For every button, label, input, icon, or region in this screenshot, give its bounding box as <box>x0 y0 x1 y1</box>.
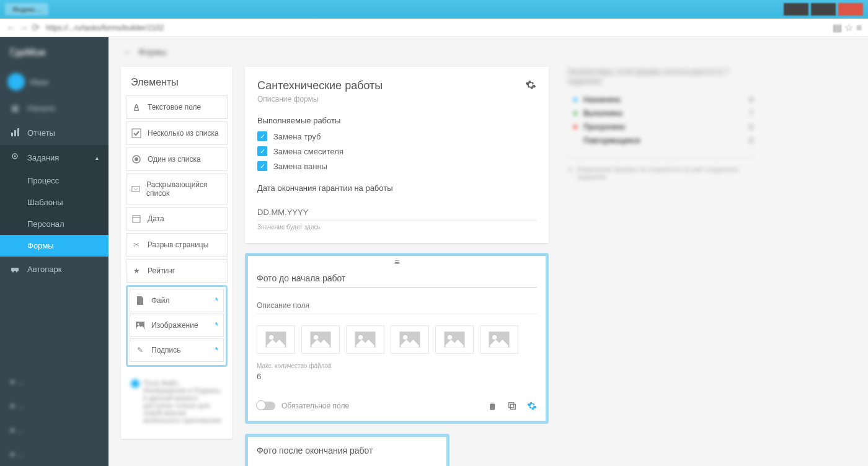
sidebar-footer-3[interactable]: ● ... <box>0 418 108 442</box>
stat-label: Назначено <box>583 95 621 104</box>
stat-recurring: Повторяющиеся0 <box>567 136 753 145</box>
image-thumbnails <box>257 325 537 354</box>
svg-rect-29 <box>509 403 514 408</box>
stat-done: Выполнено7 <box>567 109 753 118</box>
chart-icon <box>10 128 20 138</box>
image-placeholder[interactable] <box>346 325 384 354</box>
avatar <box>7 73 25 90</box>
nav-buttons[interactable]: ← → ⟳ <box>6 22 40 33</box>
minimize-button[interactable] <box>784 3 808 15</box>
svg-rect-11 <box>132 187 140 192</box>
field-photo-after[interactable]: Фото после окончания работ <box>245 434 450 466</box>
window-controls <box>784 3 863 15</box>
svg-point-21 <box>358 335 363 340</box>
element-checkbox[interactable]: Несколько из списка <box>126 121 228 145</box>
sidebar-item-fleet[interactable]: Автопарк <box>0 257 108 281</box>
user-block[interactable]: Иван <box>0 68 108 95</box>
work-option[interactable]: ✓Замена труб <box>257 131 536 141</box>
hint-text: Поля Файл, Изображение и Подпись в данны… <box>143 379 223 424</box>
image-placeholder[interactable] <box>391 325 429 354</box>
element-image[interactable]: Изображение * <box>130 314 224 337</box>
element-label: Изображение <box>151 321 198 330</box>
sidebar-item-label: Автопарк <box>27 265 62 274</box>
svg-point-6 <box>12 271 14 273</box>
info-icon <box>131 379 140 388</box>
sidebar-item-home[interactable]: ▦ Начало <box>0 95 108 120</box>
field-name: Фото после окончания работ <box>257 446 438 455</box>
stat-label: Повторяющиеся <box>583 136 640 145</box>
element-label: Дата <box>148 214 164 223</box>
sidebar-footer-2[interactable]: ● ... <box>0 393 108 418</box>
element-dropdown[interactable]: Раскрывающийся список <box>126 174 228 204</box>
element-date[interactable]: Дата <box>126 207 228 231</box>
element-file[interactable]: Файл * <box>130 289 224 312</box>
back-arrow-icon[interactable]: ← <box>123 47 132 57</box>
close-button[interactable] <box>838 3 863 15</box>
sidebar-sub-process[interactable]: Процесс <box>0 170 108 191</box>
checkbox-icon <box>131 128 141 138</box>
form-description[interactable]: Описание формы <box>257 95 383 103</box>
element-label: Раскрывающийся список <box>146 180 222 198</box>
car-icon <box>10 264 20 274</box>
element-text[interactable]: A Текстовое поле <box>126 95 228 119</box>
element-pagebreak[interactable]: ✂ Разрыв страницы <box>126 233 228 257</box>
svg-point-25 <box>448 335 452 340</box>
svg-rect-5 <box>11 268 19 271</box>
delete-button[interactable] <box>487 400 497 412</box>
main-area: ← Формы Элементы A Текстовое поле Нескол… <box>108 37 868 466</box>
required-toggle[interactable] <box>257 402 275 410</box>
svg-point-17 <box>269 335 273 340</box>
field-name-input[interactable] <box>257 270 537 288</box>
date-input[interactable] <box>257 204 536 221</box>
addr-actions[interactable]: ▤ ☆ ≡ <box>833 22 862 33</box>
maximize-button[interactable] <box>811 3 836 15</box>
sidebar-sub-forms[interactable]: Формы <box>0 235 108 257</box>
svg-point-19 <box>314 335 318 340</box>
right-warning: ⚠ Изменения формы не отразятся на уже со… <box>567 157 753 180</box>
svg-point-23 <box>403 335 407 340</box>
stat-value: 7 <box>749 109 753 118</box>
sidebar-footer-4[interactable]: ● ... <box>0 442 108 466</box>
image-placeholder[interactable] <box>480 325 518 354</box>
sidebar-sub-templates[interactable]: Шаблоны <box>0 191 108 213</box>
field-desc-input[interactable] <box>257 297 537 314</box>
field-settings-button[interactable] <box>527 400 537 412</box>
sidebar-item-label: Задания <box>27 153 59 162</box>
element-label: Несколько из списка <box>148 129 219 138</box>
url-field[interactable]: https://...ru/tasks/forms/builder/2102 <box>46 24 826 32</box>
work-option[interactable]: ✓Замена ванны <box>257 161 536 171</box>
element-label: Разрыв страницы <box>148 240 208 249</box>
element-label: Файл <box>151 296 170 305</box>
browser-tab[interactable]: Яндекс... <box>5 3 48 15</box>
sidebar-item-reports[interactable]: Отчеты <box>0 120 108 145</box>
field-photo-before[interactable]: ≡ Макс. количество файлов 6 Обязательное… <box>245 253 549 424</box>
sidebar-footer-1[interactable]: ● ... <box>0 369 108 393</box>
image-icon <box>135 320 145 330</box>
sidebar-item-label: Начало <box>27 103 55 113</box>
element-label: Один из списка <box>148 155 201 164</box>
element-rating[interactable]: ★ Рейтинг <box>126 259 228 283</box>
svg-rect-1 <box>14 130 16 136</box>
image-placeholder[interactable] <box>257 325 295 354</box>
max-files-value[interactable]: 6 <box>257 372 537 381</box>
sidebar-item-tasks[interactable]: Задания ▴ <box>0 145 108 170</box>
form-title[interactable]: Сантехнические работы <box>257 79 383 92</box>
image-placeholder[interactable] <box>301 325 340 354</box>
element-radio[interactable]: Один из списка <box>126 147 228 171</box>
work-option[interactable]: ✓Замена смесителя <box>257 146 536 156</box>
required-label: Обязательное поле <box>281 402 349 410</box>
warning-icon: ⚠ <box>567 165 574 180</box>
drag-handle-icon[interactable]: ≡ <box>394 257 399 267</box>
svg-rect-0 <box>11 133 13 136</box>
work-label: Замена смесителя <box>273 147 343 156</box>
works-label: Выполняемые работы <box>257 116 536 125</box>
svg-point-7 <box>16 271 18 273</box>
date-label: Дата окончания гарантии на работы <box>257 183 536 193</box>
duplicate-button[interactable] <box>507 400 517 412</box>
svg-point-4 <box>14 156 16 157</box>
element-signature[interactable]: ✎ Подпись * <box>130 338 224 362</box>
image-placeholder[interactable] <box>435 325 474 354</box>
form-settings-button[interactable] <box>525 79 536 93</box>
sidebar-sub-personnel[interactable]: Персонал <box>0 213 108 235</box>
sidebar-submenu-tasks: Процесс Шаблоны Персонал Формы <box>0 170 108 257</box>
